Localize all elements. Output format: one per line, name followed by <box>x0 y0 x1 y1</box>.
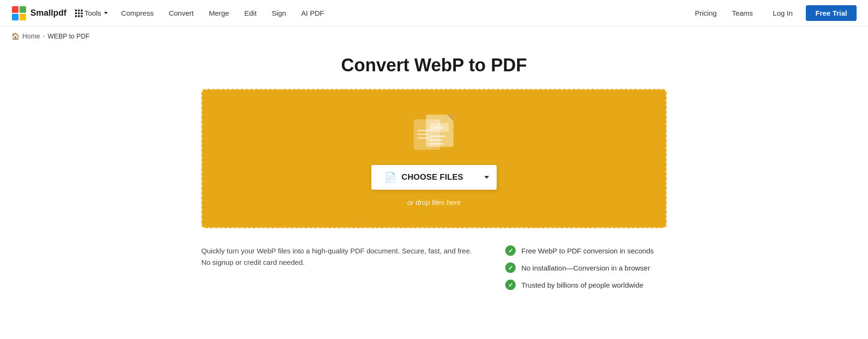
choose-files-dropdown-button[interactable] <box>477 165 497 190</box>
nav-right-links: Pricing Teams <box>689 5 760 21</box>
chevron-down-icon <box>484 176 489 179</box>
features-description: Quickly turn your WebP files into a high… <box>201 245 486 268</box>
feature-text-2: No installation—Conversion in a browser <box>521 264 650 272</box>
edit-nav[interactable]: Edit <box>237 5 263 21</box>
free-trial-button[interactable]: Free Trial <box>806 5 857 21</box>
feature-item-1: Free WebP to PDF conversion in seconds <box>505 245 667 256</box>
file-illustration: PDF <box>413 114 455 152</box>
svg-rect-0 <box>12 6 19 13</box>
feature-text-1: Free WebP to PDF conversion in seconds <box>521 247 654 255</box>
sign-nav[interactable]: Sign <box>265 5 292 21</box>
features-section: Quickly turn your WebP files into a high… <box>201 245 667 290</box>
main-content: Convert WebP to PDF PDF <box>0 46 868 309</box>
files-svg-icon: PDF <box>413 114 455 152</box>
check-icon-3 <box>505 280 516 290</box>
breadcrumb-current: WEBP to PDF <box>47 32 89 40</box>
choose-files-button[interactable]: 📄 CHOOSE FILES <box>371 165 476 190</box>
svg-rect-14 <box>430 139 442 141</box>
svg-rect-2 <box>12 14 19 20</box>
svg-rect-1 <box>19 6 26 13</box>
breadcrumb: 🏠 Home › WEBP to PDF <box>0 27 868 46</box>
choose-files-label: CHOOSE FILES <box>402 173 463 182</box>
nav-links: Compress Convert Merge Edit Sign AI PDF <box>114 5 331 21</box>
svg-text:PDF: PDF <box>435 126 444 130</box>
svg-rect-3 <box>19 14 26 20</box>
logo-icon <box>11 6 27 21</box>
breadcrumb-home[interactable]: Home <box>22 32 40 40</box>
merge-nav[interactable]: Merge <box>202 5 236 21</box>
features-list: Free WebP to PDF conversion in seconds N… <box>505 245 667 290</box>
drop-text: or drop files here <box>407 198 461 206</box>
svg-rect-13 <box>430 136 446 137</box>
grid-icon <box>75 10 83 17</box>
check-icon-1 <box>505 245 516 256</box>
convert-nav[interactable]: Convert <box>162 5 200 21</box>
teams-nav[interactable]: Teams <box>725 5 759 21</box>
logo[interactable]: Smallpdf <box>11 6 66 21</box>
compress-nav[interactable]: Compress <box>114 5 160 21</box>
feature-text-3: Trusted by billions of people worldwide <box>521 281 643 289</box>
navbar: Smallpdf Tools Compress Convert Merge Ed… <box>0 0 868 27</box>
brand-name: Smallpdf <box>30 8 66 18</box>
svg-rect-15 <box>430 143 444 145</box>
description-line1: Quickly turn your WebP files into a high… <box>201 245 486 257</box>
drop-zone[interactable]: PDF 📄 CHOOSE FILES or drop files here <box>201 89 667 228</box>
pricing-nav[interactable]: Pricing <box>689 5 724 21</box>
file-upload-icon: 📄 <box>385 172 396 183</box>
home-icon: 🏠 <box>11 32 19 40</box>
description-line2: No signup or credit card needed. <box>201 257 486 268</box>
chevron-down-icon <box>104 12 108 14</box>
feature-item-3: Trusted by billions of people worldwide <box>505 280 667 290</box>
choose-files-group: 📄 CHOOSE FILES <box>371 165 496 190</box>
page-title: Convert WebP to PDF <box>341 55 527 76</box>
check-icon-2 <box>505 262 516 273</box>
login-button[interactable]: Log In <box>765 5 801 21</box>
feature-item-2: No installation—Conversion in a browser <box>505 262 667 273</box>
breadcrumb-separator: › <box>43 33 45 39</box>
ai-pdf-nav[interactable]: AI PDF <box>294 5 330 21</box>
nav-right: Pricing Teams Log In Free Trial <box>689 5 857 21</box>
tools-button[interactable]: Tools <box>70 6 113 20</box>
tools-label: Tools <box>85 9 101 17</box>
